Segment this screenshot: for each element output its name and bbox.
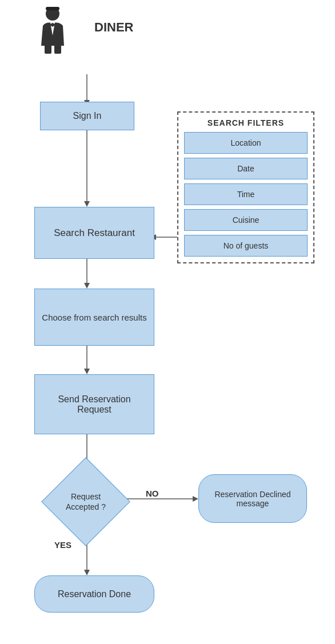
filter-location: Location bbox=[184, 132, 308, 154]
diagram-container: DINER Sign In Search Restaurant Choose f… bbox=[0, 0, 335, 644]
diner-figure bbox=[34, 6, 71, 54]
svg-marker-15 bbox=[84, 570, 90, 575]
filter-cuisine: Cuisine bbox=[184, 209, 308, 231]
svg-marker-13 bbox=[193, 496, 198, 502]
no-label: NO bbox=[146, 489, 159, 498]
reservation-done-box: Reservation Done bbox=[34, 575, 154, 613]
search-filters-container: SEARCH FILTERS Location Date Time Cuisin… bbox=[177, 111, 314, 263]
decision-diamond: Request Accepted ? bbox=[51, 467, 120, 536]
yes-label: YES bbox=[54, 540, 71, 550]
decision-label: Request Accepted ? bbox=[66, 491, 106, 512]
search-restaurant-box: Search Restaurant bbox=[34, 207, 154, 259]
search-filters-title: SEARCH FILTERS bbox=[184, 118, 308, 127]
filter-date: Date bbox=[184, 158, 308, 179]
svg-rect-17 bbox=[46, 7, 59, 10]
svg-rect-18 bbox=[45, 45, 51, 54]
diner-label: DINER bbox=[94, 20, 133, 35]
svg-marker-3 bbox=[84, 201, 90, 207]
svg-marker-9 bbox=[84, 369, 90, 374]
send-reservation-box: Send Reservation Request bbox=[34, 374, 154, 434]
filter-time: Time bbox=[184, 183, 308, 205]
diner-icon bbox=[34, 6, 71, 54]
svg-rect-19 bbox=[54, 45, 61, 54]
reservation-declined-box: Reservation Declined message bbox=[198, 474, 307, 523]
sign-in-box: Sign In bbox=[40, 102, 134, 130]
svg-marker-7 bbox=[84, 283, 90, 289]
choose-results-box: Choose from search results bbox=[34, 289, 154, 346]
filter-guests: No of guests bbox=[184, 235, 308, 257]
